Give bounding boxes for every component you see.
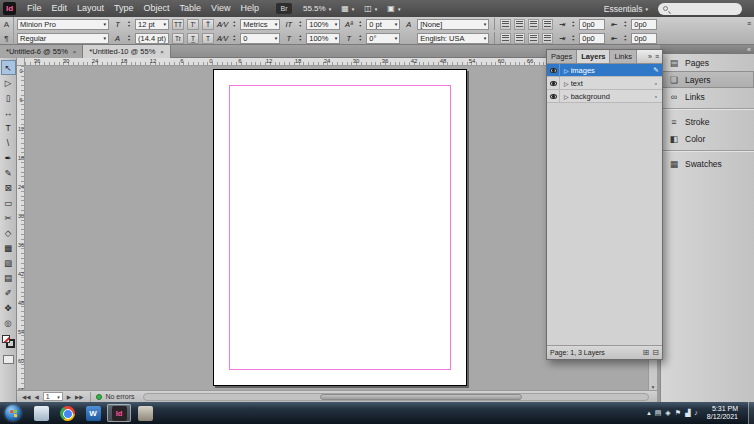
bridge-button[interactable]: Br bbox=[276, 3, 292, 14]
taskbar-button-indesign[interactable]: Id bbox=[107, 404, 131, 422]
strikethrough-button[interactable]: T bbox=[202, 33, 214, 44]
dock-item-stroke[interactable]: ≡Stroke bbox=[661, 113, 754, 130]
next-page-button[interactable]: ▶ bbox=[65, 394, 73, 400]
kerning-stepper[interactable] bbox=[231, 20, 237, 28]
hidden-icons-chevron[interactable]: ▴ bbox=[647, 409, 651, 417]
document-tab[interactable]: *Untitled-6 @ 55%× bbox=[0, 45, 83, 58]
type-tool[interactable]: T bbox=[1, 120, 16, 135]
kerning-field[interactable]: Metrics bbox=[240, 19, 280, 30]
note-tool[interactable]: ▤ bbox=[1, 270, 16, 285]
arrange-documents-button[interactable]: ▣ bbox=[382, 4, 405, 13]
justify-button[interactable] bbox=[542, 19, 553, 30]
gap-tool[interactable]: ↔ bbox=[1, 105, 16, 120]
layer-select-square[interactable]: ▫ bbox=[650, 93, 662, 100]
layer-expander-icon[interactable]: ▷ bbox=[564, 93, 569, 100]
menu-table[interactable]: Table bbox=[175, 0, 207, 17]
layer-row[interactable]: ▷text▫ bbox=[547, 77, 662, 90]
close-tab-icon[interactable]: × bbox=[160, 49, 164, 55]
zoom-level-dropdown[interactable]: 55.5% bbox=[298, 4, 336, 13]
baseline-shift-field[interactable]: 0 pt bbox=[366, 19, 400, 30]
tray-icon-1[interactable]: ▤ bbox=[655, 409, 662, 417]
tracking-stepper[interactable] bbox=[231, 34, 237, 42]
panel-menu-icon[interactable]: ≡ bbox=[655, 53, 659, 60]
taskbar-button-word[interactable]: W bbox=[81, 404, 105, 422]
layer-row[interactable]: ▷background▫ bbox=[547, 90, 662, 103]
justify-center-button[interactable] bbox=[514, 33, 525, 44]
show-desktop-button[interactable] bbox=[748, 402, 754, 424]
search-box[interactable] bbox=[658, 3, 742, 15]
taskbar-button-app-1[interactable] bbox=[29, 404, 53, 422]
paragraph-mode-button[interactable]: ¶ bbox=[0, 31, 13, 45]
page-number-dropdown[interactable]: 1 bbox=[43, 392, 63, 401]
align-right-button[interactable] bbox=[528, 19, 539, 30]
view-options-button[interactable]: ▦ bbox=[336, 4, 359, 13]
font-size-stepper[interactable] bbox=[126, 20, 132, 28]
right-indent-field[interactable]: 0p0 bbox=[631, 19, 657, 30]
layer-visibility-toggle[interactable] bbox=[547, 90, 560, 103]
gradient-swatch-tool[interactable]: ▩ bbox=[1, 240, 16, 255]
baseline-shift-stepper[interactable] bbox=[357, 20, 363, 28]
eyedropper-tool[interactable]: ✐ bbox=[1, 285, 16, 300]
selection-tool[interactable]: ↖ bbox=[1, 60, 16, 75]
panel-tab-layers[interactable]: Layers bbox=[577, 50, 610, 63]
fill-stroke-controls[interactable] bbox=[2, 335, 15, 348]
first-line-indent-field[interactable]: 0p0 bbox=[579, 33, 605, 44]
leading-field[interactable]: (14.4 pt) bbox=[135, 33, 169, 44]
font-family-select[interactable]: Minion Pro bbox=[17, 19, 109, 30]
free-transform-tool[interactable]: ◇ bbox=[1, 225, 16, 240]
screen-mode-button[interactable]: ◫ bbox=[359, 4, 382, 13]
screen-mode-button-tool[interactable] bbox=[3, 355, 14, 364]
document-page[interactable] bbox=[213, 69, 467, 386]
menu-type[interactable]: Type bbox=[109, 0, 139, 17]
action-center-icon[interactable]: ⚑ bbox=[675, 409, 681, 417]
fill-swatch[interactable] bbox=[2, 335, 10, 343]
dock-item-links[interactable]: ∞Links bbox=[661, 88, 754, 105]
menu-edit[interactable]: Edit bbox=[47, 0, 73, 17]
menu-help[interactable]: Help bbox=[235, 0, 264, 17]
subscript-button[interactable]: T̲ bbox=[187, 33, 199, 44]
rectangle-frame-tool[interactable]: ⊠ bbox=[1, 180, 16, 195]
taskbar-button-app-2[interactable] bbox=[133, 404, 157, 422]
ruler-origin-corner[interactable] bbox=[17, 58, 25, 66]
preflight-status-text[interactable]: No errors bbox=[105, 393, 134, 400]
first-page-button[interactable]: ◀◀ bbox=[20, 394, 32, 400]
close-tab-icon[interactable]: × bbox=[73, 49, 77, 55]
language-select[interactable]: English: USA bbox=[417, 33, 489, 44]
hand-tool[interactable]: ✥ bbox=[1, 300, 16, 315]
last-line-indent-stepper[interactable] bbox=[622, 34, 628, 42]
align-left-button[interactable] bbox=[500, 19, 511, 30]
character-mode-button[interactable]: A bbox=[0, 17, 13, 31]
scissors-tool[interactable]: ✂ bbox=[1, 210, 16, 225]
last-page-button[interactable]: ▶▶ bbox=[73, 394, 85, 400]
layer-visibility-toggle[interactable] bbox=[547, 77, 560, 90]
workspace-switcher[interactable]: Essentials bbox=[604, 4, 648, 14]
delete-layer-icon[interactable]: ⊟ bbox=[652, 348, 659, 357]
pencil-tool[interactable]: ✎ bbox=[1, 165, 16, 180]
small-caps-button[interactable]: Tr bbox=[172, 33, 184, 44]
last-line-indent-field[interactable]: 0p0 bbox=[631, 33, 657, 44]
line-tool[interactable]: \ bbox=[1, 135, 16, 150]
vertical-ruler[interactable]: 0612182430364248546066 bbox=[17, 66, 25, 390]
left-indent-stepper[interactable] bbox=[570, 20, 576, 28]
skew-field[interactable]: 0° bbox=[366, 33, 400, 44]
dock-item-color[interactable]: ◧Color bbox=[661, 130, 754, 147]
direct-selection-tool[interactable]: ▷ bbox=[1, 75, 16, 90]
layer-expander-icon[interactable]: ▷ bbox=[564, 67, 569, 74]
layer-visibility-toggle[interactable] bbox=[547, 64, 560, 77]
vertical-scale-stepper[interactable] bbox=[297, 20, 303, 28]
menu-object[interactable]: Object bbox=[139, 0, 175, 17]
horizontal-scrollbar[interactable] bbox=[143, 393, 649, 401]
justify-all-button[interactable] bbox=[542, 33, 553, 44]
rectangle-tool[interactable]: ▭ bbox=[1, 195, 16, 210]
tray-icon-2[interactable]: ◈ bbox=[665, 409, 670, 417]
justify-right-button[interactable] bbox=[528, 33, 539, 44]
right-indent-stepper[interactable] bbox=[622, 20, 628, 28]
align-center-button[interactable] bbox=[514, 19, 525, 30]
skew-stepper[interactable] bbox=[357, 34, 363, 42]
font-style-select[interactable]: Regular bbox=[17, 33, 109, 44]
previous-page-button[interactable]: ◀ bbox=[32, 394, 40, 400]
start-button[interactable] bbox=[5, 405, 21, 421]
justify-left-button[interactable] bbox=[500, 33, 511, 44]
volume-icon[interactable]: ♪ bbox=[694, 409, 698, 417]
tracking-field[interactable]: 0 bbox=[240, 33, 280, 44]
